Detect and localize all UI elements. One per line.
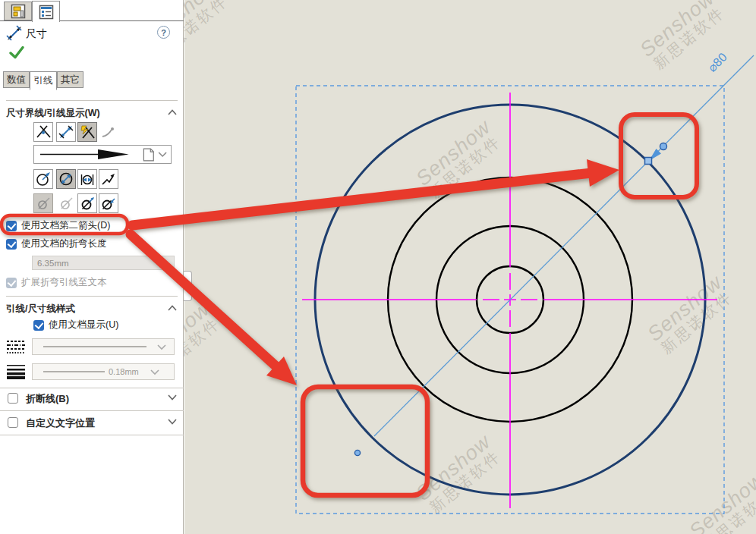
tab-other-label: 其它: [61, 74, 80, 86]
expand-chevron-down-icon[interactable]: [168, 419, 177, 425]
divider: [6, 100, 178, 101]
divider: [0, 388, 184, 388]
diameter-symbol-button-3[interactable]: [77, 193, 97, 213]
diameter-symbol-icon: [101, 196, 116, 211]
use-doc-bend-length-label: 使用文档的折弯长度: [21, 237, 107, 250]
line-style-icon: [6, 339, 26, 354]
use-doc-second-arrow-label: 使用文档第二箭头(D): [21, 219, 110, 232]
witness-smart-button[interactable]: [77, 122, 97, 142]
witness-outside-arrows-button[interactable]: [56, 122, 76, 142]
divider: [0, 410, 184, 411]
panel-title: 尺寸: [26, 27, 47, 41]
tab-value[interactable]: 数值: [3, 71, 30, 88]
diameter-outside-icon: [80, 171, 95, 187]
line-thickness-icon: [6, 364, 26, 379]
witness-outside-arrows-icon: [58, 124, 74, 140]
radial-leader-button[interactable]: [33, 169, 53, 189]
help-glyph: ?: [161, 28, 166, 37]
property-manager-panel: 尺寸 ? 数值 引线 其它 尺寸界线/引线显示(W): [0, 0, 184, 534]
solidworks-dimension-ui: Senshow新思诺软件 Senshow新思诺软件 Senshow新思诺软件 S…: [0, 0, 756, 534]
tab-property-manager[interactable]: [32, 1, 60, 22]
checkbox-unchecked-icon[interactable]: [8, 393, 18, 404]
leader-style-section-header: 引线/尺寸线样式: [6, 303, 75, 316]
arrow-flip-knob[interactable]: [660, 143, 667, 150]
document-default-icon: [143, 149, 153, 161]
tab-value-label: 数值: [7, 74, 26, 86]
tabstrip-border: [0, 20, 184, 21]
diameter-symbol-icon: [80, 196, 95, 211]
line-thickness-dropdown: 0.18mm: [32, 363, 175, 380]
use-doc-bend-length-checkbox[interactable]: 使用文档的折弯长度: [6, 237, 107, 250]
collapse-chevron-up-icon[interactable]: [168, 109, 177, 115]
checkbox-checked-icon[interactable]: [6, 239, 17, 250]
tab-feature-manager[interactable]: [4, 2, 32, 20]
arrow-attach-handle[interactable]: [645, 158, 652, 165]
drawing-geometry: ⌀80: [184, 0, 756, 534]
witness-smart-icon: [80, 124, 95, 140]
checkbox-checked-icon[interactable]: [6, 221, 17, 231]
diameter-leader-button[interactable]: [56, 169, 76, 189]
collapse-chevron-up-icon[interactable]: [168, 305, 177, 311]
radial-leader-icon: [36, 171, 51, 187]
witness-section-header: 尺寸界线/引线显示(W): [6, 107, 100, 120]
extend-bent-leader-checkbox: 扩展折弯引线至文本: [6, 276, 107, 289]
tab-leaders[interactable]: 引线: [30, 71, 57, 90]
help-icon[interactable]: ?: [157, 26, 170, 39]
tab-leaders-label: 引线: [34, 74, 53, 87]
diameter-leader-icon: [58, 171, 74, 187]
property-manager-icon: [39, 5, 54, 20]
checkbox-checked-icon[interactable]: [33, 320, 44, 331]
tab-other[interactable]: 其它: [57, 71, 83, 88]
custom-text-position-label: 自定义文字位置: [26, 416, 95, 430]
arrow-style-dropdown[interactable]: [33, 145, 172, 164]
dimension-tool-icon: [6, 25, 23, 42]
dimension-value-label[interactable]: ⌀80: [705, 50, 729, 74]
panel-edge-handle[interactable]: [184, 271, 192, 301]
divider: [6, 296, 178, 297]
use-doc-display-label: 使用文档显示(U): [49, 319, 118, 331]
diameter-outside-button[interactable]: [77, 169, 97, 189]
checkbox-unchecked-icon[interactable]: [8, 417, 18, 428]
extend-bent-leader-label: 扩展折弯引线至文本: [21, 276, 107, 289]
feature-manager-icon: [11, 4, 26, 19]
use-doc-display-checkbox[interactable]: 使用文档显示(U): [33, 319, 118, 331]
witness-inside-arrows-icon: [36, 124, 51, 140]
line-style-dropdown: [32, 338, 175, 355]
break-line-checkbox[interactable]: [8, 393, 18, 404]
expand-chevron-down-icon[interactable]: [168, 394, 177, 400]
witness-inside-arrows-button[interactable]: [33, 122, 53, 142]
checkbox-checked-disabled-icon: [6, 278, 17, 288]
custom-text-position-checkbox[interactable]: [8, 417, 18, 428]
bend-length-input: 6.35mm: [32, 256, 175, 270]
thickness-value: 0.18mm: [109, 367, 139, 376]
foreshortened-button[interactable]: [99, 169, 118, 189]
divider: [0, 435, 184, 435]
diameter-symbol-button-4[interactable]: [99, 193, 118, 213]
arrow-style-preview: [34, 146, 171, 163]
leader-style-icon: [99, 122, 118, 142]
dimension-endpoint-handle[interactable]: [354, 450, 360, 455]
diameter-symbol-icon: [58, 196, 74, 211]
foreshortened-icon: [101, 171, 116, 187]
diameter-symbol-button-1: [33, 193, 53, 213]
break-line-label: 折断线(B): [26, 392, 69, 406]
ok-check-icon[interactable]: [9, 46, 24, 59]
diameter-symbol-icon: [36, 196, 51, 211]
diameter-symbol-button-2: [56, 193, 76, 213]
use-doc-second-arrow-checkbox[interactable]: 使用文档第二箭头(D): [6, 219, 110, 232]
